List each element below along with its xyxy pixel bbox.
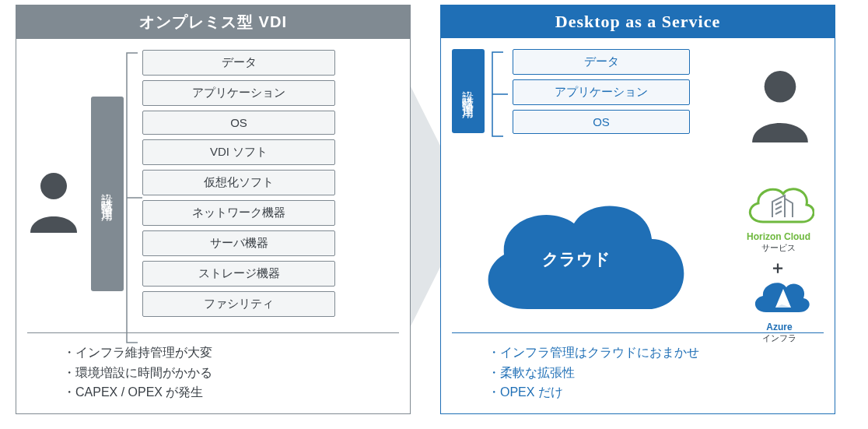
layer-item: ストレージ機器 xyxy=(142,261,335,287)
footer-onprem: ・インフラ維持管理が大変 ・環境増設に時間がかかる ・CAPEX / OPEX … xyxy=(27,332,399,403)
bullet: ・OPEX だけ xyxy=(488,382,824,403)
layer-item: データ xyxy=(513,49,690,75)
bullet: ・環境増設に時間がかかる xyxy=(63,363,399,383)
footer-daas: ・インフラ管理はクラウドにおまかせ ・柔軟な拡張性 ・OPEX だけ xyxy=(452,332,824,403)
cloud-label: クラウド xyxy=(542,248,611,270)
bullet: ・CAPEX / OPEX が発生 xyxy=(63,382,399,403)
user-icon xyxy=(16,50,91,352)
svg-line-4 xyxy=(775,206,782,209)
layer-item: データ xyxy=(142,50,335,76)
horizon-name: Horizon Cloud xyxy=(743,231,814,242)
azure-name: Azure xyxy=(749,322,810,332)
scope-tag-right: 設計・構築・運用 xyxy=(452,49,485,133)
layer-stack-left: データ アプリケーション OS VDI ソフト 仮想化ソフト ネットワーク機器 … xyxy=(142,50,410,352)
panel-title-daas: Desktop as a Service xyxy=(441,5,835,38)
panel-daas: Desktop as a Service 設計・構築・運用 データ アプリケーシ… xyxy=(440,5,835,414)
svg-line-5 xyxy=(775,211,782,214)
layer-item: アプリケーション xyxy=(513,79,690,105)
bullet: ・柔軟な拡張性 xyxy=(488,363,824,383)
bullet: ・インフラ管理はクラウドにおまかせ xyxy=(488,343,824,363)
user-icon xyxy=(746,66,814,146)
layer-item: 仮想化ソフト xyxy=(142,170,335,195)
horizon-cloud-icon: Horizon Cloud サービス xyxy=(743,180,814,254)
panel-onprem: オンプレミス型 VDI 設計・構築・運用 データ アプリケーション OS VDI… xyxy=(16,5,411,414)
layer-item: OS xyxy=(142,111,335,135)
horizon-sub: サービス xyxy=(743,242,814,254)
panel-title-onprem: オンプレミス型 VDI xyxy=(16,5,410,39)
svg-point-2 xyxy=(765,71,796,103)
bullet: ・インフラ維持管理が大変 xyxy=(63,343,399,363)
layer-item: OS xyxy=(513,110,690,134)
layer-item: サーバ機器 xyxy=(142,230,335,256)
layer-item: アプリケーション xyxy=(142,80,335,106)
layer-item: VDI ソフト xyxy=(142,139,335,165)
layer-item: ファシリティ xyxy=(142,291,335,317)
svg-point-1 xyxy=(40,173,67,199)
layer-item: ネットワーク機器 xyxy=(142,200,335,226)
scope-tag-left: 設計・構築・運用 xyxy=(91,97,124,291)
svg-line-3 xyxy=(775,202,782,205)
